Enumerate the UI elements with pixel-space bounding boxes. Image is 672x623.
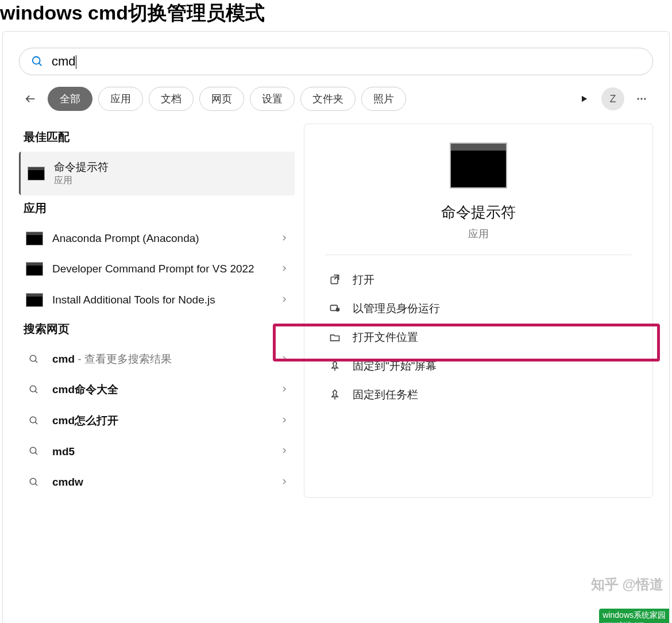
filter-chip-folders[interactable]: 文件夹 [300,87,356,111]
open-icon [329,274,341,286]
folder-icon [329,331,341,344]
svg-point-13 [30,448,36,454]
page-title: windows cmd切换管理员模式 [0,0,672,31]
action-run-as-admin[interactable]: 以管理员身份运行 [325,294,632,323]
detail-title: 命令提示符 [325,202,632,222]
svg-point-15 [30,478,36,484]
svg-line-1 [39,63,42,66]
chevron-right-icon [281,233,288,244]
action-pin-taskbar[interactable]: 固定到任务栏 [325,380,632,409]
detail-icon-wrap [325,143,632,189]
chevron-right-icon [281,477,288,487]
best-match-item[interactable]: 命令提示符 应用 [19,152,295,195]
svg-rect-17 [331,277,338,284]
filter-chip-all[interactable]: 全部 [48,87,92,111]
svg-line-8 [35,360,37,363]
action-open[interactable]: 打开 [325,266,632,294]
app-result-item[interactable]: Install Additional Tools for Node.js [19,284,295,316]
search-icon [28,384,40,395]
pin-icon [329,360,341,372]
search-icon [28,445,40,457]
section-best-match: 最佳匹配 [19,124,295,152]
search-icon [31,55,44,68]
results-column: 最佳匹配 命令提示符 应用 应用 Anaconda Prompt (Anacon… [19,124,295,498]
action-open-location[interactable]: 打开文件位置 [325,323,632,352]
search-icon [28,415,40,426]
admin-icon [329,302,341,315]
pin-icon [329,389,341,401]
avatar[interactable]: Z [601,87,624,110]
action-pin-start[interactable]: 固定到"开始"屏幕 [325,352,632,380]
divider [325,255,632,255]
filter-chip-settings[interactable]: 设置 [250,87,295,111]
filter-chip-web[interactable]: 网页 [199,87,244,111]
svg-line-14 [35,453,37,455]
search-bar[interactable]: cmd [19,48,653,75]
svg-point-9 [30,386,36,392]
more-button[interactable] [630,87,653,110]
detail-panel: 命令提示符 应用 打开 以管理员身份运行 打开文件位置 [304,124,653,498]
chevron-right-icon [281,264,288,274]
svg-point-6 [644,98,646,100]
chevron-right-icon [281,416,288,426]
svg-line-12 [35,422,37,424]
svg-line-10 [35,391,37,393]
filter-chip-apps[interactable]: 应用 [98,87,143,111]
watermark-zhihu: 知乎 @悟道 [591,575,663,594]
chevron-right-icon [281,354,288,364]
detail-subtitle: 应用 [325,227,632,241]
filter-row: 全部 应用 文档 网页 设置 文件夹 照片 Z [19,87,653,111]
svg-point-4 [638,98,639,100]
chevron-right-icon [281,295,288,305]
search-panel: cmd 全部 应用 文档 网页 设置 文件夹 照片 Z 最佳匹配 命令提示符 应… [2,31,670,623]
cmd-icon [26,293,43,307]
web-result-item[interactable]: md5 [19,436,295,467]
section-web: 搜索网页 [19,316,295,344]
filter-chip-docs[interactable]: 文档 [149,87,194,111]
svg-marker-3 [582,96,587,102]
section-apps: 应用 [19,195,295,223]
result-subtitle: 应用 [54,175,288,187]
search-icon [28,476,40,488]
svg-point-0 [33,57,40,64]
app-result-item[interactable]: Developer Command Prompt for VS 2022 [19,253,295,284]
svg-point-7 [30,355,36,362]
web-result-item[interactable]: cmd怎么打开 [19,405,295,436]
search-icon [28,353,40,365]
svg-point-11 [30,417,36,423]
app-result-item[interactable]: Anaconda Prompt (Anaconda) [19,223,295,254]
result-title: 命令提示符 [54,160,288,175]
cmd-icon [28,167,45,180]
cmd-icon [26,232,43,245]
svg-point-5 [640,98,642,100]
web-result-item[interactable]: cmd命令大全 [19,374,295,405]
filter-chip-photos[interactable]: 照片 [361,87,406,111]
watermark-site: windows系统家园 www.xxbaidu.com [599,609,669,623]
play-button[interactable] [573,87,596,110]
back-button[interactable] [19,87,42,110]
content-row: 最佳匹配 命令提示符 应用 应用 Anaconda Prompt (Anacon… [19,124,653,498]
web-result-item[interactable]: cmd - 查看更多搜索结果 [19,344,295,375]
search-input[interactable]: cmd [52,54,641,69]
web-result-item[interactable]: cmdw [19,467,295,498]
cmd-large-icon [450,143,507,189]
svg-line-16 [35,483,37,486]
cmd-icon [26,262,43,276]
chevron-right-icon [281,446,288,456]
chevron-right-icon [281,384,288,395]
